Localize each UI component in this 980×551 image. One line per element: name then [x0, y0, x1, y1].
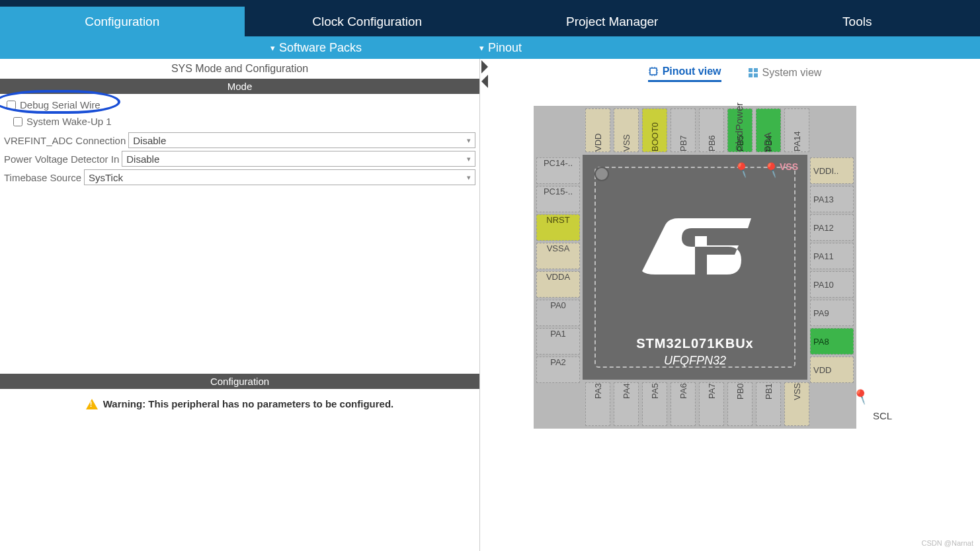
- tab-clock[interactable]: Clock Configuration: [245, 7, 491, 36]
- section-mode: Mode: [0, 79, 479, 94]
- pin-vddi[interactable]: VDDI..: [810, 157, 854, 184]
- pin-pa12[interactable]: PA12: [810, 214, 854, 241]
- svg-rect-11: [749, 73, 753, 77]
- pin-label-sda: SDA: [762, 132, 773, 153]
- chevron-down-icon: ▾: [479, 43, 484, 53]
- chevron-down-icon: ▾: [467, 155, 471, 163]
- wakeup-checkbox[interactable]: [13, 117, 22, 126]
- pin-pa1[interactable]: PA1: [536, 328, 580, 355]
- pin-vdda[interactable]: VDDA: [536, 271, 580, 298]
- grid-icon: [748, 67, 758, 78]
- pin-pa6[interactable]: PA6: [671, 382, 696, 426]
- vrefint-label: VREFINT_ADC Connection: [4, 135, 128, 146]
- pin-pa5[interactable]: PA5: [642, 382, 667, 426]
- pin-pa0[interactable]: PA0: [536, 300, 580, 326]
- chip-icon: [648, 66, 659, 77]
- watermark: CSDN @Narnat: [922, 539, 973, 547]
- pin-boot0[interactable]: BOOT0: [642, 108, 667, 152]
- pin-pa13[interactable]: PA13: [810, 186, 854, 212]
- checkbox-debug-serial-wire[interactable]: Debug Serial Wire: [7, 99, 475, 110]
- pin-pa11[interactable]: PA11: [810, 243, 854, 269]
- pin-nrst[interactable]: NRST: [536, 214, 580, 241]
- pvd-label: Power Voltage Detector In: [4, 153, 122, 165]
- pin-pa4[interactable]: PA4: [614, 382, 639, 426]
- main-tabs: Configuration Clock Configuration Projec…: [0, 7, 980, 36]
- pinout-view-label: Pinout view: [663, 65, 721, 77]
- pin-label-oledpower: OledPower: [733, 103, 745, 151]
- pinout-label: Pinout: [488, 41, 522, 55]
- svg-rect-10: [754, 68, 758, 72]
- wakeup-label: System Wake-Up 1: [26, 116, 112, 127]
- timebase-value: SysTick: [89, 172, 123, 183]
- tab-tools[interactable]: Tools: [735, 7, 981, 36]
- pin1-dot: [594, 167, 609, 181]
- dropdown-software-packs[interactable]: ▾ Software Packs: [261, 41, 371, 55]
- timebase-label: Timebase Source: [4, 172, 84, 183]
- chevron-down-icon: ▾: [270, 43, 275, 53]
- tab-configuration[interactable]: Configuration: [0, 7, 245, 36]
- pane-splitter[interactable]: [480, 59, 489, 551]
- warning-message: Warning: This peripheral has no paramete…: [0, 389, 479, 419]
- warning-text: Warning: This peripheral has no paramete…: [103, 398, 394, 409]
- section-configuration: Configuration: [0, 374, 479, 389]
- chip-core: VSS STM32L071KBUx UFQFPN32: [583, 155, 807, 380]
- svg-rect-12: [754, 73, 758, 77]
- pin-pa8[interactable]: PA8: [810, 328, 854, 355]
- pin-pb6[interactable]: PB6: [699, 108, 724, 152]
- timebase-select[interactable]: SysTick ▾: [84, 169, 475, 185]
- pin-pa14[interactable]: PA14: [784, 108, 809, 152]
- pin-pa3[interactable]: PA3: [585, 382, 610, 426]
- vrefint-value: Disable: [133, 135, 166, 146]
- debug-label: Debug Serial Wire: [20, 99, 101, 110]
- pin-pa7[interactable]: PA7: [699, 382, 724, 426]
- svg-rect-0: [650, 68, 657, 75]
- pin-vssa[interactable]: VSSA: [536, 243, 580, 269]
- warning-icon: [86, 399, 98, 409]
- pin-pc14-[interactable]: PC14-..: [536, 157, 580, 184]
- pin-vdd[interactable]: VDD: [585, 108, 610, 152]
- pin-pb0[interactable]: PB0: [727, 382, 753, 426]
- pin-pa9[interactable]: PA9: [810, 300, 854, 326]
- st-logo: [629, 208, 761, 290]
- pin-vdd[interactable]: VDD: [810, 357, 854, 383]
- checkbox-system-wakeup[interactable]: System Wake-Up 1: [13, 116, 475, 127]
- chevron-down-icon: ▾: [467, 173, 471, 182]
- pin-pb1[interactable]: PB1: [756, 382, 781, 426]
- core-vss-label: VSS: [780, 161, 798, 172]
- pin-pb7[interactable]: PB7: [671, 108, 696, 152]
- pin-pa2[interactable]: PA2: [536, 357, 580, 383]
- dropdown-pinout[interactable]: ▾ Pinout: [470, 41, 531, 55]
- pin-pa10[interactable]: PA10: [810, 271, 854, 298]
- chip-package[interactable]: VSS STM32L071KBUx UFQFPN32 VDDVSSBOOT0PB…: [534, 106, 856, 429]
- software-packs-label: Software Packs: [279, 41, 362, 55]
- tab-pinout-view[interactable]: Pinout view: [648, 65, 721, 82]
- panel-title: SYS Mode and Configuration: [0, 59, 479, 79]
- debug-checkbox[interactable]: [7, 101, 16, 110]
- chevron-down-icon: ▾: [467, 136, 471, 145]
- pin-vss[interactable]: VSS: [614, 108, 639, 152]
- pin-label-scl: SCL: [873, 410, 892, 421]
- system-view-label: System view: [762, 67, 822, 79]
- svg-rect-9: [749, 68, 753, 72]
- pvd-value: Disable: [126, 153, 159, 165]
- pin-pc15-[interactable]: PC15-..: [536, 186, 580, 212]
- tab-project-manager[interactable]: Project Manager: [490, 7, 735, 36]
- pvd-select[interactable]: Disable ▾: [122, 151, 475, 167]
- vrefint-select[interactable]: Disable ▾: [128, 132, 475, 148]
- tab-system-view[interactable]: System view: [748, 65, 822, 82]
- pin-vss[interactable]: VSS: [784, 382, 809, 426]
